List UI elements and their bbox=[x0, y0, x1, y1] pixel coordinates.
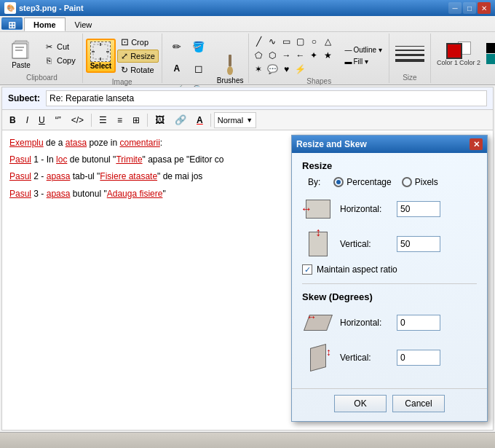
round-rect-shape[interactable]: ▢ bbox=[293, 35, 306, 48]
minimize-button[interactable]: ─ bbox=[448, 2, 462, 14]
horiz-box: ↔ bbox=[306, 200, 330, 219]
crop-label: Crop bbox=[131, 38, 148, 47]
bold-button[interactable]: B bbox=[5, 112, 20, 128]
brushes-label: Brushes bbox=[217, 76, 244, 85]
vert-box: ↕ bbox=[309, 232, 328, 256]
star4-shape[interactable]: ✦ bbox=[307, 49, 320, 62]
email-subject-row: Subect: bbox=[2, 87, 493, 110]
small-buttons: ✂ Cut ⎘ Copy bbox=[39, 40, 79, 67]
dialog-close-button[interactable]: ✕ bbox=[470, 138, 483, 150]
rotate-button[interactable]: ↻ Rotate bbox=[117, 63, 159, 76]
ok-button[interactable]: OK bbox=[334, 395, 387, 412]
brushes-icon bbox=[221, 53, 239, 76]
code-button[interactable]: </> bbox=[67, 112, 88, 128]
image-group-content: Select ⊡ Crop ⤢ Resize ↻ Rotate bbox=[86, 34, 159, 78]
skew-horizontal-input[interactable] bbox=[397, 315, 440, 331]
title-bar: 🎨 step3.png - Paint ─ □ ✕ bbox=[0, 0, 495, 16]
paste-label: Paste bbox=[12, 61, 31, 69]
curve-shape[interactable]: ∿ bbox=[266, 35, 279, 48]
link-button[interactable]: 🔗 bbox=[170, 112, 191, 128]
eraser-button[interactable]: ◻ bbox=[189, 58, 209, 79]
svg-point-11 bbox=[227, 66, 233, 75]
lightning-shape[interactable]: ⚡ bbox=[293, 63, 306, 76]
resize-button[interactable]: ⤢ Resize bbox=[117, 50, 159, 63]
subject-input[interactable] bbox=[46, 90, 487, 106]
pencil-button[interactable]: ✏ bbox=[167, 36, 187, 57]
toolbar-sep2 bbox=[147, 114, 148, 127]
resize-title: Resize bbox=[302, 160, 477, 171]
maximize-button[interactable]: □ bbox=[463, 2, 476, 14]
clipboard-label: Clipboard bbox=[4, 74, 79, 83]
line-shape[interactable]: ╱ bbox=[252, 35, 265, 48]
size-line-2[interactable] bbox=[395, 50, 424, 51]
cut-button[interactable]: ✂ Cut bbox=[39, 40, 79, 53]
color1-swatch[interactable] bbox=[446, 43, 462, 59]
star6-shape[interactable]: ✶ bbox=[252, 63, 265, 76]
arrow-r-shape[interactable]: → bbox=[280, 49, 293, 62]
copy-icon: ⎘ bbox=[43, 55, 55, 66]
cancel-button[interactable]: Cancel bbox=[392, 395, 445, 412]
vertical-label: Vertical: bbox=[340, 239, 391, 249]
format-value: Normal bbox=[218, 116, 243, 125]
hexagon-shape[interactable]: ⬡ bbox=[266, 49, 279, 62]
color-black[interactable] bbox=[486, 43, 495, 53]
star5-shape[interactable]: ★ bbox=[321, 49, 334, 62]
tab-home[interactable]: Home bbox=[24, 17, 66, 31]
outline-button[interactable]: — Outline ▾ bbox=[341, 44, 385, 55]
size-line-4[interactable] bbox=[395, 59, 424, 62]
list-unordered-button[interactable]: ☰ bbox=[95, 112, 111, 128]
vertical-input[interactable] bbox=[397, 236, 440, 252]
skew-section: Skew (Degrees) ↔ Horizontal: ↕ bbox=[302, 283, 477, 372]
size-line-1[interactable] bbox=[395, 46, 424, 47]
text-color-button[interactable]: A bbox=[192, 112, 207, 128]
select-label: Select bbox=[90, 62, 111, 70]
fill-color-button[interactable]: ▬ Fill ▾ bbox=[341, 56, 385, 67]
svg-rect-4 bbox=[15, 50, 23, 51]
maintain-ratio-checkbox[interactable] bbox=[302, 264, 312, 275]
size-line-3[interactable] bbox=[395, 54, 424, 56]
size-lines bbox=[392, 43, 427, 65]
resize-skew-dialog: Resize and Skew ✕ Resize By: Percentage … bbox=[291, 135, 488, 422]
close-button[interactable]: ✕ bbox=[478, 2, 491, 14]
quote-button[interactable]: “” bbox=[51, 112, 66, 128]
tab-view[interactable]: View bbox=[66, 17, 102, 31]
color-teal[interactable] bbox=[486, 54, 495, 64]
brushes-button[interactable]: Brushes bbox=[215, 51, 246, 87]
crop-button[interactable]: ⊡ Crop bbox=[117, 35, 159, 49]
horizontal-input[interactable] bbox=[397, 201, 440, 217]
vertical-resize-icon: ↕ bbox=[302, 229, 334, 259]
toolbar-sep3 bbox=[210, 114, 211, 127]
email-toolbar: B I U “” </> ☰ ≡ ⊞ 🖼 🔗 A Normal ▼ bbox=[2, 110, 493, 130]
statusbar bbox=[0, 432, 495, 448]
pixels-radio[interactable]: Pixels bbox=[402, 177, 438, 187]
tab-office[interactable]: ⊞ bbox=[1, 17, 23, 30]
triangle-shape[interactable]: △ bbox=[321, 35, 334, 48]
indent-button[interactable]: ⊞ bbox=[128, 112, 144, 128]
image-insert-button[interactable]: 🖼 bbox=[151, 112, 169, 128]
format-dropdown[interactable]: Normal ▼ bbox=[214, 112, 256, 128]
colors-group-content: Color 1 Color 2 bbox=[434, 34, 495, 74]
dialog-content: Resize By: Percentage Pixels ↔ bbox=[292, 153, 487, 385]
ellipse-shape[interactable]: ○ bbox=[307, 35, 320, 48]
italic-button[interactable]: I bbox=[22, 112, 33, 128]
rotate-label: Rotate bbox=[130, 66, 154, 74]
percentage-radio[interactable]: Percentage bbox=[333, 177, 391, 187]
percentage-radio-circle bbox=[333, 177, 344, 187]
rect-shape[interactable]: ▭ bbox=[280, 35, 293, 48]
skew-title: Skew (Degrees) bbox=[302, 291, 477, 302]
arrow-l-shape[interactable]: ← bbox=[293, 49, 306, 62]
maintain-ratio-label: Maintain aspect ratio bbox=[317, 264, 397, 275]
callout-shape[interactable]: 💬 bbox=[266, 63, 279, 76]
underline-button[interactable]: U bbox=[34, 112, 50, 128]
copy-button[interactable]: ⎘ Copy bbox=[39, 54, 79, 67]
text-button[interactable]: A bbox=[167, 58, 187, 79]
fill-button[interactable]: 🪣 bbox=[189, 36, 209, 57]
heart-shape[interactable]: ♥ bbox=[280, 63, 293, 76]
select-button[interactable]: Select bbox=[86, 39, 116, 73]
paste-button[interactable]: Paste bbox=[4, 36, 38, 71]
list-ordered-button[interactable]: ≡ bbox=[113, 112, 127, 128]
pentagon-shape[interactable]: ⬠ bbox=[252, 49, 265, 62]
copy-label: Copy bbox=[57, 56, 76, 65]
skew-vertical-input[interactable] bbox=[397, 350, 440, 366]
shapes-palette: ╱ ∿ ▭ ▢ ○ △ ⬠ ⬡ → ← ✦ ★ ✶ 💬 ♥ ⚡ bbox=[252, 35, 339, 76]
